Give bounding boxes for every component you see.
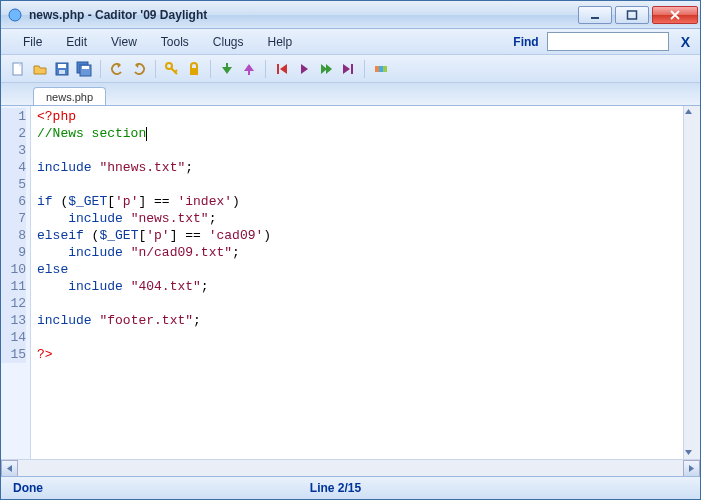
svg-rect-15 — [351, 64, 353, 74]
toolbar-separator — [100, 60, 101, 78]
scroll-right-icon[interactable] — [683, 460, 700, 477]
code-line[interactable]: else — [37, 261, 683, 278]
toolbar — [1, 55, 700, 83]
line-number: 9 — [1, 244, 26, 261]
scroll-up-icon[interactable] — [684, 106, 700, 118]
line-number: 2 — [1, 125, 26, 142]
vertical-scrollbar[interactable] — [683, 106, 700, 459]
maximize-button[interactable] — [615, 6, 649, 24]
play-next-icon[interactable] — [317, 60, 335, 78]
tab-file[interactable]: news.php — [33, 87, 106, 105]
toolbar-separator — [155, 60, 156, 78]
scroll-down-icon[interactable] — [684, 447, 700, 459]
minimize-button[interactable] — [578, 6, 612, 24]
line-number: 6 — [1, 193, 26, 210]
menu-edit[interactable]: Edit — [54, 31, 99, 53]
arrow-down-icon[interactable] — [218, 60, 236, 78]
play-prev-icon[interactable] — [295, 60, 313, 78]
undo-icon[interactable] — [108, 60, 126, 78]
code-line[interactable]: if ($_GET['p'] == 'index') — [37, 193, 683, 210]
svg-rect-2 — [628, 11, 637, 19]
open-icon[interactable] — [31, 60, 49, 78]
svg-rect-17 — [379, 66, 383, 72]
scroll-left-icon[interactable] — [1, 460, 18, 477]
code-line[interactable]: //News section — [37, 125, 683, 142]
code-line[interactable] — [37, 142, 683, 159]
menu-view[interactable]: View — [99, 31, 149, 53]
redo-icon[interactable] — [130, 60, 148, 78]
editor-area: 123456789101112131415 <?php//News sectio… — [1, 105, 700, 477]
code-editor[interactable]: <?php//News sectioninclude "hnews.txt";i… — [31, 106, 683, 459]
code-line[interactable]: include "n/cad09.txt"; — [37, 244, 683, 261]
menu-help[interactable]: Help — [256, 31, 305, 53]
line-number: 15 — [1, 346, 26, 363]
svg-rect-11 — [190, 68, 198, 75]
arrow-up-icon[interactable] — [240, 60, 258, 78]
svg-rect-14 — [277, 64, 279, 74]
lock-icon[interactable] — [185, 60, 203, 78]
horizontal-scrollbar[interactable] — [1, 459, 700, 476]
code-line[interactable]: include "hnews.txt"; — [37, 159, 683, 176]
save-icon[interactable] — [53, 60, 71, 78]
svg-rect-16 — [375, 66, 379, 72]
key-icon[interactable] — [163, 60, 181, 78]
line-number: 13 — [1, 312, 26, 329]
code-line[interactable]: include "news.txt"; — [37, 210, 683, 227]
code-line[interactable]: include "footer.txt"; — [37, 312, 683, 329]
last-icon[interactable] — [339, 60, 357, 78]
svg-rect-1 — [591, 17, 599, 19]
highlight-icon[interactable] — [372, 60, 390, 78]
code-line[interactable]: ?> — [37, 346, 683, 363]
code-line[interactable]: include "404.txt"; — [37, 278, 683, 295]
find-close-button[interactable]: X — [681, 34, 690, 50]
svg-rect-18 — [383, 66, 387, 72]
svg-rect-9 — [82, 66, 89, 69]
caret — [146, 127, 147, 141]
status-line-info: Line 2/15 — [43, 481, 628, 495]
menu-file[interactable]: File — [11, 31, 54, 53]
new-icon[interactable] — [9, 60, 27, 78]
line-gutter: 123456789101112131415 — [1, 106, 31, 459]
toolbar-separator — [364, 60, 365, 78]
line-number: 12 — [1, 295, 26, 312]
menubar: File Edit View Tools Clugs Help Find X — [1, 29, 700, 55]
titlebar[interactable]: news.php - Caditor '09 Daylight — [1, 1, 700, 29]
menu-tools[interactable]: Tools — [149, 31, 201, 53]
toolbar-separator — [265, 60, 266, 78]
save-all-icon[interactable] — [75, 60, 93, 78]
line-number: 7 — [1, 210, 26, 227]
window-title: news.php - Caditor '09 Daylight — [29, 8, 207, 22]
tabstrip: news.php — [1, 83, 700, 105]
code-line[interactable] — [37, 295, 683, 312]
statusbar: Done Line 2/15 — [1, 477, 700, 499]
svg-rect-6 — [59, 70, 65, 74]
line-number: 5 — [1, 176, 26, 193]
svg-point-0 — [9, 9, 21, 21]
svg-rect-12 — [226, 63, 228, 68]
svg-rect-13 — [248, 70, 250, 75]
line-number: 11 — [1, 278, 26, 295]
first-icon[interactable] — [273, 60, 291, 78]
line-number: 8 — [1, 227, 26, 244]
code-line[interactable]: <?php — [37, 108, 683, 125]
find-input[interactable] — [547, 32, 669, 51]
code-line[interactable]: elseif ($_GET['p'] == 'cad09') — [37, 227, 683, 244]
app-window: news.php - Caditor '09 Daylight File Edi… — [0, 0, 701, 500]
code-line[interactable] — [37, 329, 683, 346]
code-line[interactable] — [37, 176, 683, 193]
toolbar-separator — [210, 60, 211, 78]
svg-rect-5 — [58, 64, 66, 68]
line-number: 1 — [1, 108, 26, 125]
status-left: Done — [13, 481, 43, 495]
line-number: 10 — [1, 261, 26, 278]
line-number: 14 — [1, 329, 26, 346]
close-button[interactable] — [652, 6, 698, 24]
line-number: 3 — [1, 142, 26, 159]
app-icon — [7, 7, 23, 23]
find-label: Find — [513, 35, 538, 49]
menu-clugs[interactable]: Clugs — [201, 31, 256, 53]
line-number: 4 — [1, 159, 26, 176]
